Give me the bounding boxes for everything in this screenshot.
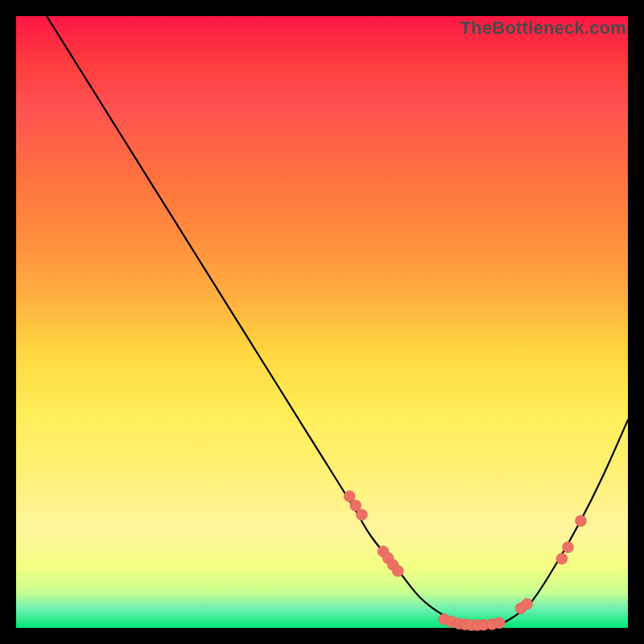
data-point-marker bbox=[522, 598, 533, 609]
data-point-marker bbox=[556, 553, 568, 564]
data-point-marker bbox=[575, 515, 586, 526]
data-point-marker bbox=[392, 565, 403, 576]
watermark-text: TheBottleneck.com bbox=[460, 18, 626, 39]
data-point-marker bbox=[493, 617, 505, 629]
chart-frame: TheBottleneck.com bbox=[0, 0, 644, 644]
curve-markers bbox=[344, 491, 586, 631]
data-point-marker bbox=[356, 509, 367, 520]
data-point-marker bbox=[563, 542, 574, 553]
bottleneck-curve-svg bbox=[16, 16, 628, 628]
plot-area bbox=[16, 16, 628, 628]
bottleneck-curve bbox=[47, 16, 628, 625]
